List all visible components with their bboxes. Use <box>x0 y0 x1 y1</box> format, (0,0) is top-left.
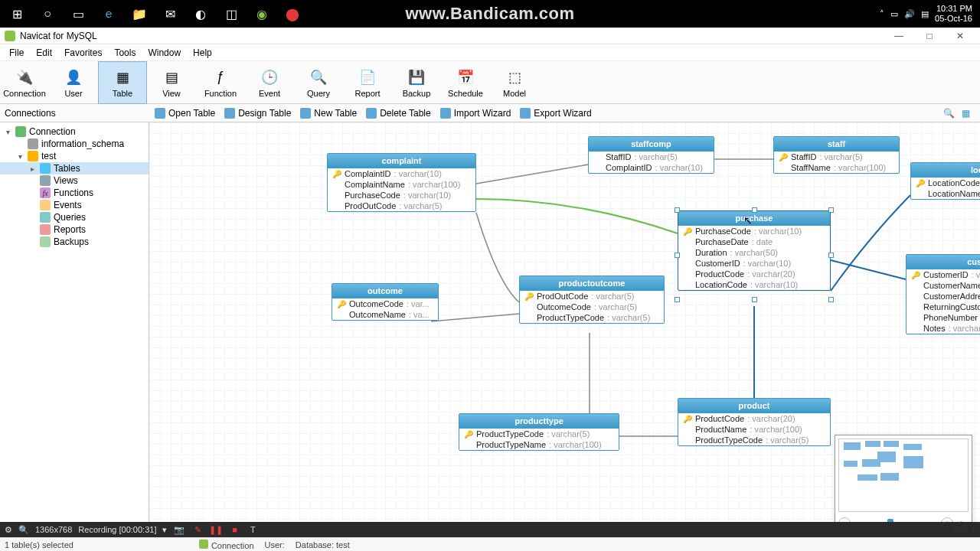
overlay-status: Recording [00:00:31] <box>78 525 156 534</box>
tree-functions[interactable]: fxFunctions <box>0 187 149 199</box>
tree-test[interactable]: ▾test <box>0 150 149 162</box>
overlay-settings-icon[interactable]: ⚙ <box>5 525 12 535</box>
overlay-pencil-icon[interactable]: ✎ <box>191 523 204 536</box>
subbar-delete-table[interactable]: Delete Table <box>361 108 436 119</box>
selection-handle[interactable] <box>675 207 680 213</box>
overlay-pause-icon[interactable]: ❚❚ <box>210 523 222 536</box>
tree-views[interactable]: Views <box>0 174 149 187</box>
entity-header: staff <box>774 137 899 152</box>
navicat-icon[interactable]: ◉ <box>248 0 276 28</box>
subbar-new-table[interactable]: New Table <box>296 108 361 119</box>
minimize-button[interactable]: — <box>884 28 914 44</box>
entity-staffcomp[interactable]: staffcompStaffID : varchar(5)ComplaintID… <box>588 136 714 174</box>
subbar-open-table[interactable]: Open Table <box>150 108 220 119</box>
overlay-search-icon[interactable]: 🔍 <box>18 525 29 535</box>
query-icon: 🔍 <box>309 67 328 87</box>
entity-productoutcome[interactable]: productoutcome🔑ProdOutCode : varchar(5)O… <box>519 276 665 324</box>
toolbar-view[interactable]: ▤View <box>147 61 196 104</box>
entity-column: StaffName : varchar(100) <box>774 162 899 173</box>
tree-connection[interactable]: ▾Connection <box>0 126 149 138</box>
selection-handle[interactable] <box>828 253 834 258</box>
chrome-icon[interactable]: ◐ <box>187 0 214 28</box>
entity-column: 🔑StaffID : varchar(5) <box>774 152 899 162</box>
subbar-export-wizard[interactable]: Export Wizard <box>515 108 596 119</box>
minimap[interactable]: − + › <box>835 435 972 534</box>
entity-outcome[interactable]: outcome🔑OutcomeCode : var...OutcomeName … <box>332 283 439 321</box>
entity-staff[interactable]: staff🔑StaffID : varchar(5)StaffName : va… <box>773 136 900 174</box>
overlay-stop-icon[interactable]: ■ <box>228 523 240 536</box>
menu-file[interactable]: File <box>3 46 30 60</box>
entity-column: CustomerAddress : varchar(100) <box>906 291 980 302</box>
entity-column: CustomerName : varchar(100) <box>906 280 980 291</box>
table-icon: ▦ <box>113 67 132 87</box>
report-icon: 📄 <box>358 67 377 87</box>
selection-handle[interactable] <box>752 297 757 302</box>
selection-handle[interactable] <box>828 297 834 302</box>
tree-backups[interactable]: Backups <box>0 236 149 248</box>
toolbar-report[interactable]: 📄Report <box>343 61 392 104</box>
start-icon[interactable]: ⊞ <box>3 0 31 28</box>
toolbar-schedule[interactable]: 📅Schedule <box>441 61 490 104</box>
toolbar-model[interactable]: ⬚Model <box>490 61 539 104</box>
explorer-icon[interactable]: 📁 <box>126 0 153 28</box>
menu-edit[interactable]: Edit <box>30 46 58 60</box>
mail-icon[interactable]: ✉ <box>156 0 184 28</box>
taskbar-clock[interactable]: 10:31 PM 05-Oct-16 <box>935 4 972 24</box>
tree-tables[interactable]: ▸Tables <box>0 162 149 174</box>
main-toolbar: 🔌Connection👤User▦Table▤ViewƒFunction🕒Eve… <box>0 61 980 104</box>
entity-complaint[interactable]: complaint🔑ComplaintID : varchar(10)Compl… <box>327 153 476 212</box>
taskview-icon[interactable]: ▭ <box>64 0 92 28</box>
subbar-import-wizard[interactable]: Import Wizard <box>436 108 516 119</box>
connection-tree[interactable]: ▾Connectioninformation_schema▾test▸Table… <box>0 122 149 551</box>
model-icon: ⬚ <box>505 67 524 87</box>
subbar-icon <box>300 108 311 119</box>
tree-queries[interactable]: Queries <box>0 211 149 223</box>
toolbar-connection[interactable]: 🔌Connection <box>0 61 49 104</box>
entity-producttype[interactable]: producttype🔑ProductTypeCode : varchar(5)… <box>459 413 619 451</box>
tray-volume-icon[interactable]: 🔊 <box>904 9 915 19</box>
entity-product[interactable]: product🔑ProductCode : varchar(20)Product… <box>678 398 831 446</box>
tray-up-icon[interactable]: ˄ <box>880 9 884 19</box>
entity-purchase[interactable]: purchase🔑PurchaseCode : varchar(10)Purch… <box>678 210 831 291</box>
toolbar-backup[interactable]: 💾Backup <box>392 61 441 104</box>
close-button[interactable]: ✕ <box>945 28 975 44</box>
tree-information-schema[interactable]: information_schema <box>0 138 149 150</box>
tree-tables-icon <box>40 163 51 174</box>
tree-reports[interactable]: Reports <box>0 223 149 236</box>
selection-handle[interactable] <box>828 207 834 213</box>
entity-location[interactable]: location🔑LocationCode : varchar(10)Locat… <box>910 162 980 200</box>
overlay-camera-icon[interactable]: 📷 <box>173 523 185 536</box>
bandicam-overlay: ⚙ 🔍 1366x768 Recording [00:00:31] ▾ 📷 ✎ … <box>0 522 980 537</box>
entity-header: purchase <box>678 211 830 226</box>
menu-tools[interactable]: Tools <box>108 46 142 60</box>
entity-customer[interactable]: customer🔑CustomerID : varchar(10)Custome… <box>906 254 980 334</box>
selection-handle[interactable] <box>675 297 680 302</box>
selection-handle[interactable] <box>675 253 680 258</box>
store-icon[interactable]: ◫ <box>217 0 245 28</box>
edge-icon[interactable]: ｅ <box>95 0 122 28</box>
bandicam-icon[interactable]: ⬤ <box>279 0 306 28</box>
tree-queries-icon <box>40 212 51 223</box>
toolbar-function[interactable]: ƒFunction <box>196 61 245 104</box>
grid-icon[interactable]: ▦ <box>959 106 972 120</box>
sub-toolbar: Connections Open TableDesign TableNew Ta… <box>0 104 980 122</box>
model-canvas[interactable]: complaint🔑ComplaintID : varchar(10)Compl… <box>149 122 980 551</box>
menu-help[interactable]: Help <box>187 46 218 60</box>
toolbar-query[interactable]: 🔍Query <box>294 61 343 104</box>
cortana-icon[interactable]: ○ <box>34 0 61 28</box>
maximize-button[interactable]: □ <box>914 28 945 44</box>
toolbar-user[interactable]: 👤User <box>49 61 98 104</box>
search-icon[interactable]: 🔍 <box>942 106 956 120</box>
tray-action-icon[interactable]: ▤ <box>921 9 929 19</box>
selection-handle[interactable] <box>752 207 757 213</box>
menu-favorites[interactable]: Favorites <box>58 46 108 60</box>
tree-events[interactable]: Events <box>0 199 149 211</box>
entity-column: Duration : varchar(50) <box>678 247 830 258</box>
menu-window[interactable]: Window <box>142 46 187 60</box>
overlay-dropdown-icon[interactable]: ▾ <box>162 525 167 535</box>
overlay-text-icon[interactable]: T <box>247 523 259 536</box>
tray-battery-icon[interactable]: ▭ <box>890 9 898 19</box>
toolbar-table[interactable]: ▦Table <box>98 61 147 104</box>
subbar-design-table[interactable]: Design Table <box>220 108 296 119</box>
toolbar-event[interactable]: 🕒Event <box>245 61 294 104</box>
